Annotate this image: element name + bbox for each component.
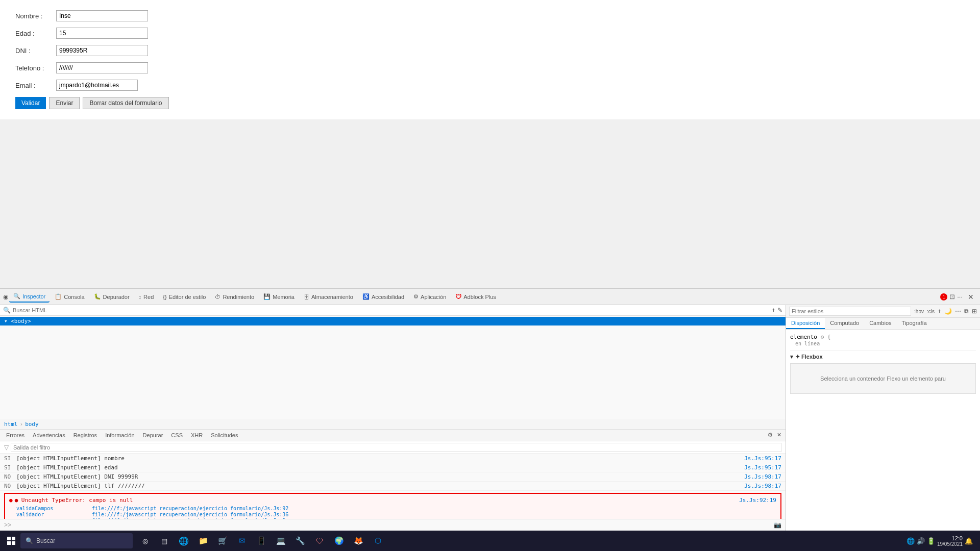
styles-filter-input[interactable]	[789, 307, 911, 316]
tab-editor-estilo[interactable]: {} Editor de estilo	[159, 292, 210, 302]
taskbar-app-earth[interactable]: 🌍	[330, 532, 348, 550]
notifications-icon[interactable]: 🔔	[965, 537, 973, 545]
consola-icon: 📋	[55, 293, 62, 300]
console-error-block: ● ● Uncaught TypeError: campo is null Js…	[4, 493, 781, 519]
nombre-label: Nombre :	[15, 12, 56, 20]
accesibilidad-icon: ♿	[362, 293, 370, 300]
taskbar-app-mail[interactable]: ✉	[233, 532, 251, 550]
pick-icon[interactable]: ✎	[777, 307, 782, 314]
tab-rendimiento[interactable]: ⏱ Rendimiento	[211, 292, 258, 302]
dni-input[interactable]	[56, 45, 148, 56]
element-styles: elemento ⚙ { en línea	[790, 334, 976, 347]
console-tab-css[interactable]: CSS	[169, 431, 185, 439]
console-tab-xhr[interactable]: XHR	[189, 431, 205, 439]
error-stack: validaCampos file:///f:/javascript recup…	[16, 506, 776, 519]
console-close-icon[interactable]: ✕	[777, 432, 781, 438]
pseudo-hov[interactable]: :hov	[914, 309, 924, 314]
html-search-bar: 🔍 + ✎	[0, 305, 786, 316]
console-tab-solicitudes[interactable]: Solicitudes	[209, 431, 240, 439]
html-search-input[interactable]	[13, 307, 770, 313]
styles-tab-cambios[interactable]: Cambios	[864, 318, 896, 329]
pseudo-cls[interactable]: :cls	[927, 309, 935, 314]
taskbar-app-green[interactable]: 🔧	[291, 532, 309, 550]
taskbar-search[interactable]: 🔍 Buscar	[20, 533, 133, 548]
depurador-icon: 🐛	[94, 293, 101, 300]
tab-almacenamiento[interactable]: 🗄 Almacenamiento	[300, 292, 357, 302]
taskbar-app-shield[interactable]: 🛡	[310, 532, 329, 550]
add-node-icon[interactable]: +	[772, 307, 775, 314]
tab-accesibilidad[interactable]: ♿ Accesibilidad	[358, 291, 408, 302]
tab-aplicacion[interactable]: ⚙ Aplicación	[409, 291, 450, 302]
devtools-dock-button[interactable]: ⊡	[949, 293, 955, 300]
breadcrumb-body[interactable]: body	[25, 421, 39, 428]
tab-consola[interactable]: 📋 Consola	[51, 291, 88, 302]
console-tab-depurar[interactable]: Depurar	[141, 431, 165, 439]
battery-icon[interactable]: 🔋	[927, 537, 935, 545]
telefono-row: Telefono :	[15, 62, 965, 73]
taskbar-app-cortana[interactable]: ◎	[136, 532, 154, 550]
dni-row: DNI :	[15, 45, 965, 56]
inspector-icon: 🔍	[13, 293, 20, 299]
email-label: Email :	[15, 82, 56, 89]
console-filter-bar: ▽	[0, 441, 786, 454]
console-tab-registros[interactable]: Registros	[71, 431, 99, 439]
console-tab-informacion[interactable]: Información	[103, 431, 136, 439]
flexbox-placeholder: Selecciona un contenedor Flexo un elemen…	[790, 363, 976, 394]
taskbar: 🔍 Buscar ◎ ▤ 🌐 📁 🛒 ✉ 📱 💻 🔧 🛡 🌍 🦊 ⬡ 🌐 🔊 🔋…	[0, 531, 980, 551]
flexbox-section: ▾ ✦ Flexbox Selecciona un contenedor Fle…	[790, 350, 976, 394]
error-icon: ●	[9, 497, 13, 504]
devtools-close-button[interactable]: ✕	[965, 292, 977, 302]
taskbar-app-firefox[interactable]: 🦊	[349, 532, 368, 550]
edad-input[interactable]	[56, 28, 148, 39]
taskbar-app-vscode[interactable]: ⬡	[369, 532, 387, 550]
enviar-button[interactable]: Enviar	[49, 97, 80, 109]
stack-row-1: validaCampos file:///f:/javascript recup…	[16, 506, 776, 511]
console-filter-input[interactable]	[11, 443, 781, 452]
styles-add-icon[interactable]: +	[938, 308, 941, 315]
taskbar-app-edge[interactable]: 🌐	[175, 532, 193, 550]
error-badge: 1	[940, 293, 947, 300]
taskbar-search-icon: 🔍	[26, 537, 33, 544]
filter-icon: ▽	[4, 444, 9, 451]
tab-red[interactable]: ↕ Red	[135, 292, 158, 302]
email-input[interactable]	[56, 80, 138, 91]
tab-memoria[interactable]: 💾 Memoria	[259, 291, 299, 302]
html-body-element[interactable]: ▾ <body>	[0, 317, 786, 325]
tab-inspector[interactable]: 🔍 Inspector	[9, 291, 50, 303]
form-buttons: Validar Enviar Borrar datos del formular…	[15, 97, 965, 109]
volume-icon[interactable]: 🔊	[917, 537, 925, 545]
styles-more-icon[interactable]: ⋯	[955, 308, 961, 315]
chevron-down-icon: ▾	[790, 354, 793, 360]
taskbar-app-store[interactable]: 🛒	[213, 532, 232, 550]
console-settings-icon[interactable]: ⚙	[768, 432, 773, 438]
styles-dark-icon[interactable]: 🌙	[944, 308, 952, 315]
devtools-more-button[interactable]: ···	[957, 293, 963, 300]
breadcrumb-html[interactable]: html	[4, 421, 18, 428]
styles-tab-tipografia[interactable]: Tipografía	[897, 318, 932, 329]
telefono-input[interactable]	[56, 62, 148, 73]
styles-grid-icon[interactable]: ⊞	[972, 308, 977, 315]
tab-adblock[interactable]: 🛡 Adblock Plus	[451, 291, 500, 303]
network-icon[interactable]: 🌐	[906, 537, 915, 545]
console-tab-advertencias[interactable]: Advertencias	[31, 431, 67, 439]
html-breadcrumb: html › body	[0, 419, 786, 430]
telefono-label: Telefono :	[15, 64, 56, 72]
console-tab-errores[interactable]: Errores	[4, 431, 27, 439]
almacenamiento-icon: 🗄	[304, 294, 309, 300]
taskbar-app-phone[interactable]: 📱	[252, 532, 271, 550]
taskbar-time[interactable]: 12:0 19/05/2021	[937, 535, 963, 547]
taskbar-app-tasklist[interactable]: ▤	[155, 532, 174, 550]
tab-depurador[interactable]: 🐛 Depurador	[90, 291, 134, 302]
styles-tab-disposicion[interactable]: Disposición	[786, 318, 825, 329]
taskbar-app-visual[interactable]: 💻	[272, 532, 290, 550]
styles-copy-icon[interactable]: ⧉	[964, 308, 969, 315]
nombre-input[interactable]	[56, 10, 148, 21]
start-button[interactable]	[3, 533, 19, 549]
validar-button[interactable]: Validar	[15, 97, 46, 109]
borrar-button[interactable]: Borrar datos del formulario	[83, 97, 168, 109]
styles-tab-computado[interactable]: Computado	[825, 318, 864, 329]
screenshot-icon[interactable]: 📷	[774, 521, 781, 529]
devtools-pick-element[interactable]: ◉	[3, 293, 8, 300]
taskbar-app-explorer[interactable]: 📁	[194, 532, 212, 550]
error-header: ● ● Uncaught TypeError: campo is null Js…	[9, 497, 776, 504]
